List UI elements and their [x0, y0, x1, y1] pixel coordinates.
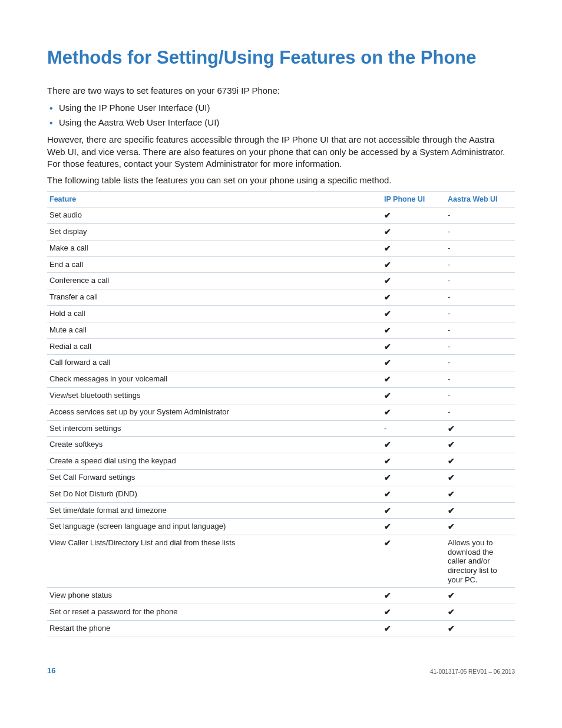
header-ip-phone-ui: IP Phone UI [382, 192, 445, 207]
aastra-web-ui-cell: - [445, 240, 515, 256]
ip-phone-ui-cell: ✔ [382, 240, 445, 256]
table-row: Set Call Forward settings✔✔ [47, 470, 515, 486]
check-icon: ✔ [384, 227, 391, 236]
ip-phone-ui-cell: ✔ [382, 604, 445, 620]
document-page: Methods for Setting/Using Features on th… [0, 0, 562, 728]
check-icon: ✔ [448, 506, 455, 515]
check-icon: ✔ [384, 591, 391, 600]
check-icon: ✔ [448, 607, 455, 617]
aastra-web-ui-cell: - [445, 322, 515, 338]
ip-phone-ui-cell: ✔ [382, 371, 445, 388]
ip-phone-ui-cell: ✔ [382, 470, 445, 486]
table-row: Redial a call✔- [47, 338, 515, 355]
ip-phone-ui-cell: ✔ [382, 453, 445, 470]
feature-cell: Set or reset a password for the phone [47, 604, 382, 620]
check-icon: ✔ [448, 456, 455, 466]
table-row: Set language (screen language and input … [47, 519, 515, 535]
check-icon: ✔ [384, 292, 391, 302]
aastra-web-ui-cell: - [445, 371, 515, 388]
ip-phone-ui-cell: ✔ [382, 273, 445, 289]
feature-cell: View/set bluetooth settings [47, 388, 382, 404]
feature-cell: Set audio [47, 207, 382, 224]
ip-phone-ui-cell: ✔ [382, 502, 445, 519]
page-number: 16 [47, 666, 55, 675]
check-icon: ✔ [384, 456, 391, 466]
feature-cell: Restart the phone [47, 620, 382, 637]
paragraph-however: However, there are specific features acc… [47, 134, 515, 170]
aastra-web-ui-cell: - [445, 388, 515, 404]
table-row: Restart the phone✔✔ [47, 620, 515, 637]
check-icon: ✔ [384, 309, 391, 318]
feature-cell: Create a speed dial using the keypad [47, 453, 382, 470]
ip-phone-ui-cell: ✔ [382, 289, 445, 306]
table-row: Transfer a call✔- [47, 289, 515, 306]
table-header-row: Feature IP Phone UI Aastra Web UI [47, 192, 515, 207]
aastra-web-ui-cell: - [445, 224, 515, 241]
aastra-web-ui-cell: ✔ [445, 453, 515, 470]
feature-cell: Call forward a call [47, 355, 382, 371]
methods-list: Using the IP Phone User Interface (UI) U… [47, 101, 515, 129]
feature-cell: Create softkeys [47, 437, 382, 453]
check-icon: ✔ [384, 391, 391, 400]
table-row: Call forward a call✔- [47, 355, 515, 371]
ip-phone-ui-cell: ✔ [382, 322, 445, 338]
header-feature: Feature [47, 192, 382, 207]
check-icon: ✔ [384, 210, 391, 220]
aastra-web-ui-cell: - [445, 306, 515, 322]
check-icon: ✔ [384, 489, 391, 499]
ip-phone-ui-cell: ✔ [382, 404, 445, 420]
check-icon: ✔ [384, 276, 391, 285]
ip-phone-ui-cell: ✔ [382, 355, 445, 371]
features-table: Feature IP Phone UI Aastra Web UI Set au… [47, 191, 515, 637]
check-icon: ✔ [384, 260, 391, 269]
aastra-web-ui-cell: - [445, 207, 515, 224]
check-icon: ✔ [384, 358, 391, 367]
check-icon: ✔ [448, 440, 455, 449]
check-icon: ✔ [384, 538, 391, 548]
ip-phone-ui-cell: ✔ [382, 256, 445, 273]
ip-phone-ui-cell: ✔ [382, 620, 445, 637]
aastra-web-ui-cell: ✔ [445, 486, 515, 502]
table-row: Set time/date format and timezone✔✔ [47, 502, 515, 519]
check-icon: ✔ [448, 624, 455, 633]
table-body: Set audio✔-Set display✔-Make a call✔-End… [47, 207, 515, 637]
document-id: 41-001317-05 REV01 – 06.2013 [430, 668, 515, 675]
aastra-web-ui-cell: - [445, 256, 515, 273]
aastra-web-ui-cell: ✔ [445, 502, 515, 519]
table-row: Check messages in your voicemail✔- [47, 371, 515, 388]
check-icon: ✔ [448, 473, 455, 482]
aastra-web-ui-cell: - [445, 338, 515, 355]
feature-cell: Set time/date format and timezone [47, 502, 382, 519]
aastra-web-ui-cell: ✔ [445, 437, 515, 453]
table-row: View phone status✔✔ [47, 588, 515, 604]
aastra-web-ui-cell: - [445, 355, 515, 371]
check-icon: ✔ [384, 342, 391, 351]
ip-phone-ui-cell: ✔ [382, 588, 445, 604]
aastra-web-ui-cell: ✔ [445, 620, 515, 637]
table-row: Access services set up by your System Ad… [47, 404, 515, 420]
ip-phone-ui-cell: ✔ [382, 388, 445, 404]
page-title: Methods for Setting/Using Features on th… [47, 47, 515, 68]
check-icon: ✔ [448, 522, 455, 531]
feature-cell: Set Call Forward settings [47, 470, 382, 486]
table-row: Set or reset a password for the phone✔✔ [47, 604, 515, 620]
table-row: Set Do Not Disturb (DND)✔✔ [47, 486, 515, 502]
ip-phone-ui-cell: ✔ [382, 437, 445, 453]
list-item: Using the Aastra Web User Interface (UI) [59, 116, 515, 130]
feature-cell: Mute a call [47, 322, 382, 338]
aastra-web-ui-cell: ✔ [445, 470, 515, 486]
check-icon: ✔ [384, 506, 391, 515]
table-row: Set intercom settings-✔ [47, 420, 515, 437]
check-icon: ✔ [448, 591, 455, 600]
feature-cell: Transfer a call [47, 289, 382, 306]
table-row: View/set bluetooth settings✔- [47, 388, 515, 404]
feature-cell: Conference a call [47, 273, 382, 289]
feature-cell: Check messages in your voicemail [47, 371, 382, 388]
aastra-web-ui-cell: ✔ [445, 588, 515, 604]
ip-phone-ui-cell: ✔ [382, 207, 445, 224]
check-icon: ✔ [384, 624, 391, 633]
ip-phone-ui-cell: ✔ [382, 338, 445, 355]
aastra-web-ui-cell: ✔ [445, 519, 515, 535]
table-row: Make a call✔- [47, 240, 515, 256]
table-row: Set audio✔- [47, 207, 515, 224]
